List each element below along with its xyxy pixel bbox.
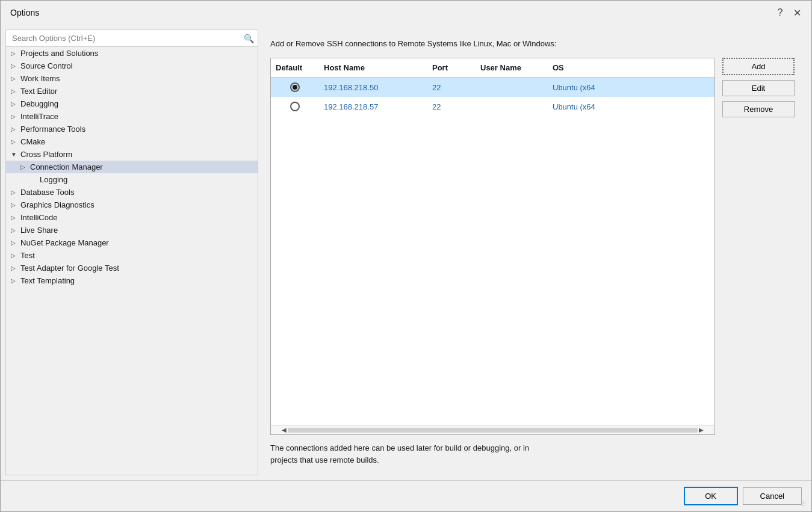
table-row[interactable]: 192.168.218.5722Ubuntu (x64 xyxy=(271,97,714,116)
cell-os-1: Ubuntu (x64 xyxy=(548,100,638,114)
cell-user-1 xyxy=(476,104,548,109)
sidebar-item-nuget[interactable]: ▷NuGet Package Manager xyxy=(6,236,258,249)
tree-label-cross-platform: Cross Platform xyxy=(20,150,72,159)
tree-arrow-cross-platform: ▼ xyxy=(11,151,20,158)
tree-label-test: Test xyxy=(20,251,35,260)
tree-label-nuget: NuGet Package Manager xyxy=(20,238,109,247)
radio-dot-0 xyxy=(293,85,297,90)
resize-grip[interactable]: ⠿ xyxy=(801,501,809,509)
tree-arrow-text-templating: ▷ xyxy=(11,277,20,284)
tree-label-intellicode: IntelliCode xyxy=(20,213,57,222)
right-panel: Add or Remove SSH connections to Remote … xyxy=(258,29,807,475)
scroll-right-arrow[interactable]: ▶ xyxy=(699,427,704,433)
tree-arrow-graphics-diagnostics: ▷ xyxy=(11,202,20,208)
content-area: Default Host Name Port User Name OS 192.… xyxy=(270,58,795,435)
tree-arrow-intellicode: ▷ xyxy=(11,214,20,221)
tree-label-intellitrace: IntelliTrace xyxy=(20,112,58,121)
sidebar-item-cross-platform[interactable]: ▼Cross Platform xyxy=(6,148,258,161)
title-bar: Options ? ✕ xyxy=(1,1,811,25)
tree-label-database-tools: Database Tools xyxy=(20,188,74,197)
tree-arrow-text-editor: ▷ xyxy=(11,88,20,94)
sidebar-item-logging[interactable]: Logging xyxy=(6,173,258,186)
tree-label-work-items: Work Items xyxy=(20,74,60,83)
tree-label-logging: Logging xyxy=(40,175,67,184)
cell-os-0: Ubuntu (x64 xyxy=(548,81,638,94)
remove-button[interactable]: Remove xyxy=(722,101,795,117)
bottom-bar: OK Cancel xyxy=(1,480,811,511)
sidebar-item-intellitrace[interactable]: ▷IntelliTrace xyxy=(6,110,258,123)
sidebar-item-projects[interactable]: ▷Projects and Solutions xyxy=(6,47,258,60)
search-icon: 🔍 xyxy=(244,34,254,43)
action-buttons: Add Edit Remove xyxy=(722,58,795,435)
tree-arrow-cmake: ▷ xyxy=(11,138,20,145)
cell-default-0[interactable] xyxy=(271,80,319,94)
sidebar-item-test[interactable]: ▷Test xyxy=(6,249,258,262)
col-host: Host Name xyxy=(319,61,427,75)
title-bar-left: Options xyxy=(10,8,39,17)
sidebar-item-database-tools[interactable]: ▷Database Tools xyxy=(6,186,258,199)
tree-arrow-intellitrace: ▷ xyxy=(11,113,20,120)
tree-arrow-work-items: ▷ xyxy=(11,75,20,82)
sidebar-item-work-items[interactable]: ▷Work Items xyxy=(6,72,258,85)
scroll-track[interactable] xyxy=(288,428,698,433)
tree-label-test-adapter: Test Adapter for Google Test xyxy=(20,264,119,273)
dialog-title: Options xyxy=(10,8,39,17)
tree-label-live-share: Live Share xyxy=(20,226,58,235)
table-body: 192.168.218.5022Ubuntu (x64192.168.218.5… xyxy=(271,78,714,425)
sidebar-item-connection-manager[interactable]: ▷Connection Manager xyxy=(6,161,258,173)
cell-host-1: 192.168.218.57 xyxy=(319,100,427,114)
title-bar-right: ? ✕ xyxy=(773,5,804,20)
tree-arrow-test: ▷ xyxy=(11,252,20,259)
tree-arrow-debugging: ▷ xyxy=(11,100,20,107)
scroll-left-arrow[interactable]: ◀ xyxy=(282,427,287,433)
ok-button[interactable]: OK xyxy=(684,487,738,505)
tree-label-performance-tools: Performance Tools xyxy=(20,125,85,134)
cell-default-1[interactable] xyxy=(271,99,319,114)
tree-label-source-control: Source Control xyxy=(20,61,73,70)
sidebar-item-intellicode[interactable]: ▷IntelliCode xyxy=(6,211,258,224)
radio-selected-0 xyxy=(290,82,300,92)
cell-port-0: 22 xyxy=(427,81,476,94)
tree-label-text-editor: Text Editor xyxy=(20,87,57,96)
tree-arrow-database-tools: ▷ xyxy=(11,189,20,196)
sidebar-item-cmake[interactable]: ▷CMake xyxy=(6,135,258,148)
dialog-body: 🔍 ▷Projects and Solutions▷Source Control… xyxy=(1,25,811,480)
tree-arrow-source-control: ▷ xyxy=(11,63,20,69)
panel-description: Add or Remove SSH connections to Remote … xyxy=(270,39,795,48)
sidebar-item-performance-tools[interactable]: ▷Performance Tools xyxy=(6,123,258,135)
sidebar-item-text-editor[interactable]: ▷Text Editor xyxy=(6,85,258,97)
sidebar-item-debugging[interactable]: ▷Debugging xyxy=(6,97,258,110)
tree-arrow-performance-tools: ▷ xyxy=(11,126,20,132)
table-header: Default Host Name Port User Name OS xyxy=(271,58,714,78)
cell-port-1: 22 xyxy=(427,100,476,114)
tree-area[interactable]: ▷Projects and Solutions▷Source Control▷W… xyxy=(6,47,258,475)
close-button[interactable]: ✕ xyxy=(790,5,804,20)
sidebar-item-graphics-diagnostics[interactable]: ▷Graphics Diagnostics xyxy=(6,199,258,211)
col-default: Default xyxy=(271,61,319,75)
tree-arrow-live-share: ▷ xyxy=(11,227,20,233)
tree-label-cmake: CMake xyxy=(20,137,45,146)
table-row[interactable]: 192.168.218.5022Ubuntu (x64 xyxy=(271,78,714,97)
sidebar-item-live-share[interactable]: ▷Live Share xyxy=(6,224,258,236)
sidebar-item-test-adapter[interactable]: ▷Test Adapter for Google Test xyxy=(6,262,258,274)
tree-arrow-projects: ▷ xyxy=(11,50,20,57)
add-button[interactable]: Add xyxy=(722,58,795,75)
col-port: Port xyxy=(427,61,476,75)
sidebar-item-text-templating[interactable]: ▷Text Templating xyxy=(6,274,258,287)
sidebar-item-source-control[interactable]: ▷Source Control xyxy=(6,60,258,72)
tree-label-projects: Projects and Solutions xyxy=(20,49,98,58)
tree-label-text-templating: Text Templating xyxy=(20,276,75,285)
search-input[interactable] xyxy=(10,30,244,46)
search-bar: 🔍 xyxy=(6,30,258,47)
tree-label-connection-manager: Connection Manager xyxy=(30,162,103,171)
help-button[interactable]: ? xyxy=(773,5,787,20)
tree-label-graphics-diagnostics: Graphics Diagnostics xyxy=(20,200,95,209)
edit-button[interactable]: Edit xyxy=(722,80,795,96)
cell-user-0 xyxy=(476,85,548,90)
horizontal-scrollbar[interactable]: ◀ ▶ xyxy=(271,425,714,434)
tree-label-debugging: Debugging xyxy=(20,99,58,108)
tree-arrow-test-adapter: ▷ xyxy=(11,265,20,271)
footer-note: The connections added here can be used l… xyxy=(270,442,692,466)
cancel-button[interactable]: Cancel xyxy=(743,487,802,505)
col-os: OS xyxy=(548,61,638,75)
